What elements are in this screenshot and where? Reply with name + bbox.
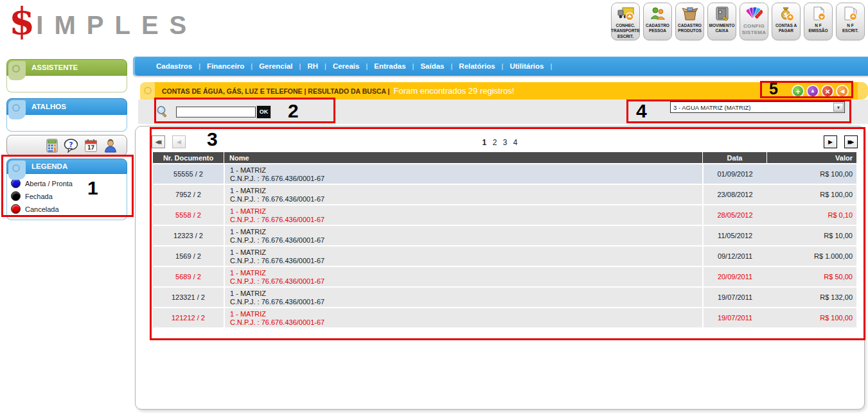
toolbar-button-config-sistema[interactable]: CONFIG SISTEMA	[740, 3, 768, 40]
table-row[interactable]: 123321 / 2 1 - MATRIZC.N.P.J. : 76.676.4…	[153, 286, 856, 307]
menu-separator: |	[363, 62, 370, 70]
atalhos-panel-title: ATALHOS	[31, 103, 66, 110]
legend-panel-body: Aberta / Pronta Fechada Cancelada	[6, 174, 127, 220]
toolbar-button-label: CONFIG SISTEMA	[742, 23, 766, 37]
page-number-4[interactable]: 4	[513, 138, 518, 147]
search-input[interactable]	[176, 107, 256, 117]
table-row[interactable]: 5689 / 2 1 - MATRIZC.N.P.J. : 76.676.436…	[153, 266, 856, 286]
assistente-panel-title: ASSISTENTE	[31, 64, 78, 71]
atalhos-panel-header[interactable]: ATALHOS	[6, 98, 127, 115]
table-row[interactable]: 7952 / 2 1 - MATRIZC.N.P.J. : 76.676.436…	[153, 184, 856, 204]
cell-nome-line1: 1 - MATRIZ	[230, 290, 702, 297]
config-palette-icon	[746, 5, 763, 22]
column-header-valor: Valor	[766, 152, 856, 163]
menu-separator: |	[410, 62, 417, 70]
nf-emission-icon	[810, 5, 827, 22]
table-row[interactable]: 55555 / 2 1 - MATRIZC.N.P.J. : 76.676.43…	[153, 163, 856, 184]
table-row[interactable]: 12323 / 2 1 - MATRIZC.N.P.J. : 76.676.43…	[153, 225, 856, 245]
chevron-down-icon[interactable]: ▼	[833, 103, 844, 112]
help-icon[interactable]: ?	[64, 139, 78, 153]
table-row[interactable]: 5558 / 2 1 - MATRIZC.N.P.J. : 76.676.436…	[153, 204, 856, 225]
menu-item-gerencial[interactable]: Gerencial	[255, 62, 296, 70]
cell-nome-line1: 1 - MATRIZ	[230, 248, 702, 256]
cell-nome-line2: C.N.P.J. : 76.676.436/0001-67	[230, 236, 702, 244]
page-number-2[interactable]: 2	[493, 138, 497, 147]
table-row[interactable]: 1569 / 2 1 - MATRIZC.N.P.J. : 76.676.436…	[153, 245, 856, 266]
toolbar-button-nf-emissao[interactable]: N F EMISSÃO	[804, 3, 833, 40]
menu-item-entradas[interactable]: Entradas	[370, 62, 409, 70]
status-bar-right-cap	[858, 82, 868, 100]
legend-dot-blue	[11, 178, 21, 188]
legend-item-label: Aberta / Pronta	[25, 180, 73, 187]
toolbar-button-conhec-transporte[interactable]: CONHEC. TRANSPORTE ESCRIT.	[611, 3, 640, 40]
toolbar-button-nf-escrit[interactable]: N F ESCRIT.	[836, 3, 865, 40]
menu-item-cadastros[interactable]: Cadastros	[152, 62, 196, 70]
toolbar-button-label: N F EMISSÃO	[809, 23, 828, 34]
toolbar-button-label: MOVIMENTO CAIXA	[709, 23, 735, 34]
up-button[interactable]: ▲	[806, 85, 819, 98]
account-filter-value: 3 - AGUA MATRIZ (MATRIZ)	[673, 104, 751, 111]
close-button[interactable]: ×	[821, 85, 834, 98]
menu-item-relatorios[interactable]: Relatórios	[455, 62, 499, 70]
page-number-3[interactable]: 3	[503, 138, 508, 147]
cell-valor: R$ 100,00	[766, 308, 856, 327]
pagination-last-button[interactable]: ▶▶	[844, 135, 858, 148]
quick-access-toolbar: CONHEC. TRANSPORTE ESCRIT. CADASTRO PESS…	[611, 3, 865, 40]
cell-nome-line2: C.N.P.J. : 76.676.436/0001-67	[230, 195, 702, 203]
menu-separator: |	[297, 62, 304, 70]
cell-nome-line2: C.N.P.J. : 76.676.436/0001-67	[230, 257, 702, 264]
cell-nome-line2: C.N.P.J. : 76.676.436/0001-67	[230, 318, 702, 326]
main-menubar: Cadastros| Financeiro| Gerencial| RH| Ce…	[133, 56, 868, 76]
assistente-panel-body	[6, 76, 127, 92]
cell-nome: 1 - MATRIZC.N.P.J. : 76.676.436/0001-67	[224, 247, 702, 266]
assistente-panel: ASSISTENTE	[6, 59, 127, 92]
cell-nome-line1: 1 - MATRIZ	[230, 269, 702, 277]
toolbar-button-contas-a-pagar[interactable]: $ CONTAS A PAGAR	[772, 3, 801, 40]
legend-panel-header: LEGENDA	[6, 159, 127, 174]
menu-item-rh[interactable]: RH	[303, 62, 322, 70]
cell-valor: R$ 100,00	[766, 185, 856, 204]
cell-nome-line2: C.N.P.J. : 76.676.436/0001-67	[230, 216, 702, 223]
products-box-icon	[682, 5, 698, 22]
account-filter-select[interactable]: 3 - AGUA MATRIZ (MATRIZ) ▼	[670, 101, 845, 113]
menu-item-saidas[interactable]: Saídas	[416, 62, 448, 70]
back-button[interactable]: ◀	[836, 85, 849, 98]
add-button[interactable]: +	[792, 85, 804, 98]
table-row[interactable]: 121212 / 2 1 - MATRIZC.N.P.J. : 76.676.4…	[153, 307, 856, 327]
menu-item-utilitarios[interactable]: Utilitários	[506, 62, 547, 70]
legend-panel-title: LEGENDA	[31, 162, 67, 170]
app-logo: $ IMPLES	[9, 3, 197, 40]
calculator-icon[interactable]	[46, 139, 58, 153]
results-panel: ◀◀ ◀ 1 2 3 4 ▶ ▶▶ Nr. Documento Nome Dat…	[135, 126, 865, 410]
toolbar-button-movimento-caixa[interactable]: MOVIMENTO CAIXA	[707, 3, 736, 40]
menu-item-financeiro[interactable]: Financeiro	[203, 62, 248, 70]
cell-doc: 5558 / 2	[153, 205, 224, 225]
menu-separator: |	[322, 62, 329, 70]
pagination-next-button[interactable]: ▶	[824, 135, 837, 148]
status-bar: CONTAS DE ÁGUA, GÁS, LUZ E TELEFONE | RE…	[140, 82, 868, 100]
cell-nome-line1: 1 - MATRIZ	[230, 187, 702, 195]
column-header-nome: Nome	[224, 152, 702, 163]
logo-text: IMPLES	[36, 12, 197, 38]
toolbar-button-cadastro-produtos[interactable]: CADASTRO PRODUTOS	[675, 3, 704, 40]
cell-nome: 1 - MATRIZC.N.P.J. : 76.676.436/0001-67	[224, 308, 702, 327]
cell-nome: 1 - MATRIZC.N.P.J. : 76.676.436/0001-67	[224, 205, 702, 225]
cell-data: 28/05/2012	[702, 205, 766, 225]
user-icon[interactable]	[103, 139, 118, 153]
menu-item-cereais[interactable]: Cereais	[329, 62, 364, 70]
calendar-icon[interactable]: 17	[84, 139, 98, 153]
menu-separator: |	[248, 62, 255, 70]
menu-separator: |	[448, 62, 455, 70]
status-bar-result-count: Foram encontrados 29 registros!	[394, 86, 515, 96]
atalhos-panel: ATALHOS	[6, 98, 127, 132]
menu-separator: |	[547, 62, 554, 70]
cell-valor: R$ 10,00	[766, 226, 856, 245]
assistente-panel-header[interactable]: ASSISTENTE	[6, 59, 127, 76]
toolbar-button-cadastro-pessoa[interactable]: CADASTRO PESSOA	[643, 3, 672, 40]
results-table: Nr. Documento Nome Data Valor 55555 / 2 …	[153, 152, 856, 327]
page-number-1[interactable]: 1	[483, 138, 487, 147]
cell-nome: 1 - MATRIZC.N.P.J. : 76.676.436/0001-67	[224, 288, 702, 307]
search-ok-button[interactable]: OK	[257, 106, 270, 118]
toolbar-button-label: CONHEC. TRANSPORTE ESCRIT.	[611, 23, 640, 39]
cell-valor: R$ 132,00	[766, 288, 856, 307]
